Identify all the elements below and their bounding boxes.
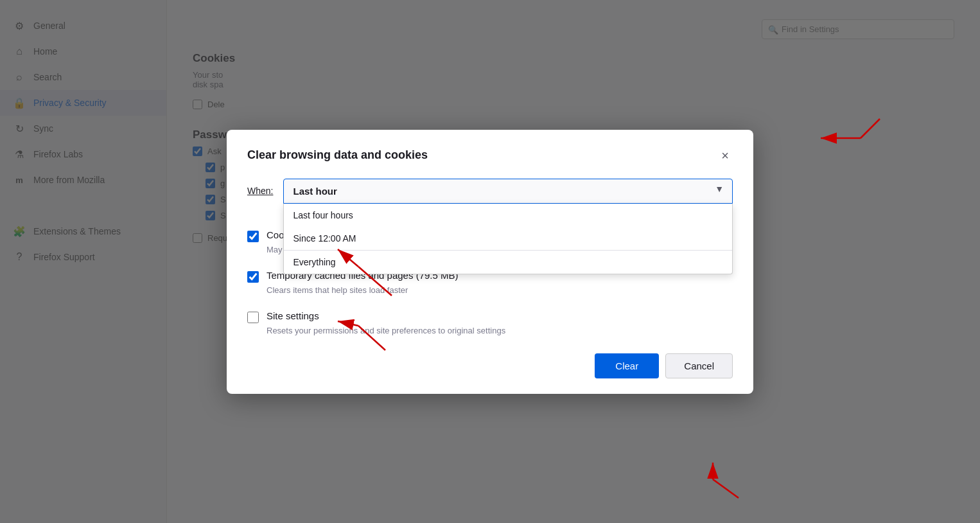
site-settings-checkbox-row: Site settings (247, 310, 733, 323)
modal-footer: Clear Cancel (247, 353, 733, 378)
dropdown-option-everything[interactable]: Everything (284, 251, 732, 274)
cache-checkbox-desc: Clears items that help sites load faster (267, 285, 733, 295)
modal-close-button[interactable]: × (717, 148, 733, 163)
when-dropdown: Last four hours Since 12:00 AM Everythin… (283, 204, 733, 274)
modal-overlay: Clear browsing data and cookies × When: … (0, 0, 980, 523)
clear-data-modal: Clear browsing data and cookies × When: … (227, 130, 753, 394)
when-label: When: (247, 186, 273, 196)
dropdown-option-since-midnight[interactable]: Since 12:00 AM (284, 227, 732, 250)
cache-checkbox[interactable] (247, 271, 259, 283)
cancel-button[interactable]: Cancel (665, 353, 733, 378)
when-select-wrapper: Last hour ▼ Last four hours Since 12:00 … (283, 179, 733, 204)
modal-title: Clear browsing data and cookies (247, 148, 428, 162)
cookies-checkbox[interactable] (247, 231, 259, 242)
site-settings-checkbox[interactable] (247, 312, 259, 323)
when-row: When: Last hour ▼ Last four hours Since … (247, 179, 733, 204)
when-value: Last hour (293, 186, 337, 197)
site-settings-checkbox-label: Site settings (267, 310, 319, 321)
site-settings-checkbox-desc: Resets your permissions and site prefere… (267, 326, 733, 335)
when-select-display[interactable]: Last hour (283, 179, 733, 204)
site-settings-checkbox-item: Site settings Resets your permissions an… (247, 310, 733, 335)
modal-header: Clear browsing data and cookies × (247, 148, 733, 163)
dropdown-option-four-hours[interactable]: Last four hours (284, 204, 732, 227)
clear-button[interactable]: Clear (595, 353, 659, 378)
